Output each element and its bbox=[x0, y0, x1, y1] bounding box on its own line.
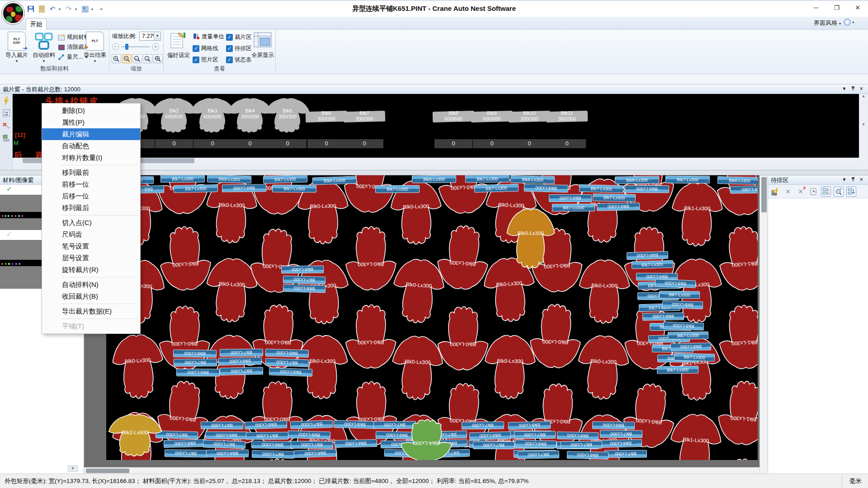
nested-strip-piece[interactable]: Blk7-Lx300 bbox=[465, 175, 509, 183]
checkbox-photo-area[interactable]: ✓照片区 bbox=[193, 55, 218, 64]
nested-strip-piece[interactable]: Blk6-Lx300 bbox=[592, 421, 635, 429]
context-menu-item[interactable]: 导出裁片数据(E) bbox=[42, 305, 140, 317]
nested-strip-piece[interactable]: Blk6-Lx300 bbox=[173, 349, 216, 357]
nested-strip-piece[interactable]: Blk6-Lx300 bbox=[245, 421, 288, 430]
remove-all-icon[interactable]: ✕0 bbox=[796, 187, 806, 197]
nested-strip-piece[interactable]: Blk7-Lx300 bbox=[174, 184, 218, 192]
checkbox-status-bar[interactable]: ✓状态条 bbox=[226, 55, 252, 64]
nested-strip-piece[interactable]: Blk7-Lx300 bbox=[592, 193, 635, 202]
nested-strip-piece[interactable]: Blk6-Lx300 bbox=[222, 184, 266, 192]
panel-close-icon[interactable]: ✕ bbox=[859, 86, 863, 92]
ui-style-button[interactable]: 界面风格 ▾ bbox=[814, 19, 841, 27]
panel-pin-icon[interactable] bbox=[851, 86, 855, 92]
library-piece[interactable]: Blk5300/300 bbox=[264, 98, 311, 137]
measure-unit-button[interactable]: 度量单位 bbox=[193, 33, 224, 41]
nested-strip-piece[interactable]: Blk6-Lx300 bbox=[717, 176, 758, 185]
image-list-icon[interactable] bbox=[2, 135, 11, 144]
quick-nest-icon[interactable] bbox=[2, 97, 11, 106]
nested-strip-piece[interactable]: Blk6-Lx300 bbox=[334, 420, 376, 429]
context-menu-item[interactable]: 自动配色 bbox=[42, 140, 140, 152]
nested-strip-piece[interactable]: Blk6-Lx300 bbox=[557, 432, 599, 440]
minimize-button[interactable]: ─ bbox=[806, 0, 826, 15]
nested-strip-piece[interactable]: Blk6-Lx300 bbox=[283, 284, 326, 293]
nested-strip-piece[interactable]: Blk7-Lx300 bbox=[668, 331, 708, 339]
app-logo-icon[interactable] bbox=[2, 2, 24, 24]
context-menu-item[interactable]: 尺码齿 bbox=[42, 229, 140, 240]
nested-strip-piece[interactable]: Blk7-Lx300 bbox=[552, 203, 595, 211]
nested-strip-piece[interactable]: Blk7-Lx300 bbox=[375, 185, 420, 193]
copy-piece-icon[interactable] bbox=[808, 187, 818, 197]
zoom-unplaced-icon[interactable] bbox=[834, 187, 844, 197]
context-menu-item[interactable]: 切入点(C) bbox=[42, 217, 140, 229]
panel-close-icon[interactable]: ✕ bbox=[859, 177, 863, 183]
import-pieces-button[interactable]: PLTDXF➜ 导入裁片▼ bbox=[3, 32, 31, 66]
nested-piece[interactable]: Blk4-Lx300 bbox=[399, 414, 453, 460]
nested-strip-piece[interactable]: Blk7-Lx300 bbox=[220, 349, 263, 357]
nested-strip-piece[interactable]: Blk7-Lx300 bbox=[263, 175, 307, 183]
nested-strip-piece[interactable]: Blk7-Lx300 bbox=[165, 449, 207, 458]
nested-strip-piece[interactable]: Blk7-Lx300 bbox=[579, 184, 623, 193]
combo-dropdown-icon[interactable]: ▼ bbox=[154, 32, 160, 40]
nested-strip-piece[interactable]: Blk7-Lx300 bbox=[283, 275, 326, 284]
context-menu-item[interactable]: 移到最前 bbox=[42, 167, 140, 178]
checkbox-pieces-area[interactable]: ✓裁片区 bbox=[226, 33, 252, 42]
nested-strip-piece[interactable]: Blk7-Lx300 bbox=[201, 422, 243, 429]
zoom-slider[interactable]: − + bbox=[112, 43, 159, 50]
nested-strip-piece[interactable]: Blk6-Lx300 bbox=[281, 266, 323, 274]
context-menu-item[interactable]: 笔号设置 bbox=[42, 240, 140, 252]
nested-strip-piece[interactable]: Blk7-Lx300 bbox=[474, 184, 518, 193]
zoom-minus-icon[interactable]: − bbox=[112, 43, 119, 50]
nested-strip-piece[interactable]: Blk6-Lx300 bbox=[164, 439, 206, 448]
nested-strip-piece[interactable]: Blk6-Lx300 bbox=[663, 321, 704, 330]
nested-strip-piece[interactable]: Blk7-Lx300 bbox=[160, 175, 205, 183]
preferences-button[interactable]: 偏好设定 bbox=[166, 32, 191, 66]
scroll-thumb[interactable] bbox=[86, 469, 129, 473]
nested-strip-piece[interactable]: Blk6-Lx300 bbox=[176, 368, 220, 376]
zoom-fit-button[interactable] bbox=[153, 54, 163, 63]
nested-piece[interactable]: Blk1-Lx300 bbox=[715, 371, 758, 447]
context-menu-item[interactable]: 旋转裁片(R) bbox=[42, 264, 140, 276]
nested-strip-piece[interactable]: Blk6-Lx300 bbox=[514, 440, 556, 448]
nested-strip-piece[interactable]: Blk7-Lx300 bbox=[251, 450, 294, 459]
nested-strip-piece[interactable]: Blk7-Lx300 bbox=[600, 430, 642, 438]
renest-icon[interactable] bbox=[770, 187, 780, 197]
nested-strip-piece[interactable]: Blk6-Lx300 bbox=[615, 176, 659, 184]
nested-strip-piece[interactable]: Blk6-Lx300 bbox=[312, 176, 357, 185]
remove-icon[interactable]: ✕ bbox=[783, 187, 793, 197]
zoom-ratio-combo[interactable]: 7.27%▼ bbox=[139, 32, 161, 41]
nested-strip-piece[interactable]: Blk6-Lx300 bbox=[625, 185, 669, 193]
context-menu-item[interactable]: 平铺(T) bbox=[42, 320, 140, 332]
nested-strip-piece[interactable]: Blk6-Lx300 bbox=[251, 441, 294, 449]
scroll-thumb[interactable] bbox=[761, 177, 767, 212]
materials-scroll-down-icon[interactable]: ▼ bbox=[68, 465, 78, 472]
nested-strip-piece[interactable]: Blk6-Lx300 bbox=[730, 185, 758, 194]
zoom-selection-button[interactable]: 1 bbox=[143, 54, 152, 63]
canvas-vscrollbar[interactable] bbox=[760, 175, 768, 474]
context-menu-item[interactable]: 后移一位 bbox=[42, 190, 140, 202]
nested-strip-piece[interactable]: Blk7-Lx300 bbox=[462, 422, 504, 430]
panel-dropdown-icon[interactable]: ▼ bbox=[842, 86, 847, 92]
context-menu-item[interactable]: 收回裁片(B) bbox=[42, 291, 140, 302]
sort-order-icon[interactable]: 1▲2▼ bbox=[2, 109, 11, 118]
nested-strip-piece[interactable]: Blk6-Lx300 bbox=[508, 421, 551, 430]
context-menu-item[interactable]: 属性(P) bbox=[42, 117, 140, 128]
nested-strip-piece[interactable]: Blk6-Lx300 bbox=[469, 432, 510, 441]
delete-select-icon[interactable] bbox=[2, 122, 11, 131]
nested-strip-piece[interactable]: Blk7-Lx300 bbox=[174, 359, 217, 366]
nested-strip-piece[interactable]: Blk6-Lx300 bbox=[599, 439, 642, 448]
nested-piece[interactable]: Blk0-Lx300 bbox=[505, 208, 556, 277]
nested-strip-piece[interactable]: Blk6-Lx300 bbox=[294, 449, 337, 458]
nested-strip-piece[interactable]: Blk7-Lx300 bbox=[291, 441, 333, 449]
sort-unplaced-icon[interactable] bbox=[846, 187, 856, 197]
auto-nest-button[interactable]: 自动排料▼ bbox=[30, 32, 58, 66]
checkbox-gridlines[interactable]: ✓网格线 bbox=[193, 44, 218, 53]
zoom-slider-thumb[interactable] bbox=[125, 44, 128, 50]
zoom-out-button[interactable] bbox=[122, 54, 132, 63]
nested-strip-piece[interactable]: Blk6-Lx300 bbox=[218, 357, 262, 366]
nested-piece[interactable]: Blk1-Lx300 bbox=[715, 449, 758, 460]
export-result-button[interactable]: PLT➜ 导出结果▼ bbox=[82, 32, 108, 66]
close-button[interactable]: ✕ bbox=[847, 0, 868, 15]
nested-strip-piece[interactable]: Blk6-Lx300 bbox=[412, 175, 456, 183]
nested-strip-piece[interactable]: Blk6-Lx300 bbox=[288, 430, 330, 439]
zoom-plus-icon[interactable]: + bbox=[152, 43, 159, 50]
